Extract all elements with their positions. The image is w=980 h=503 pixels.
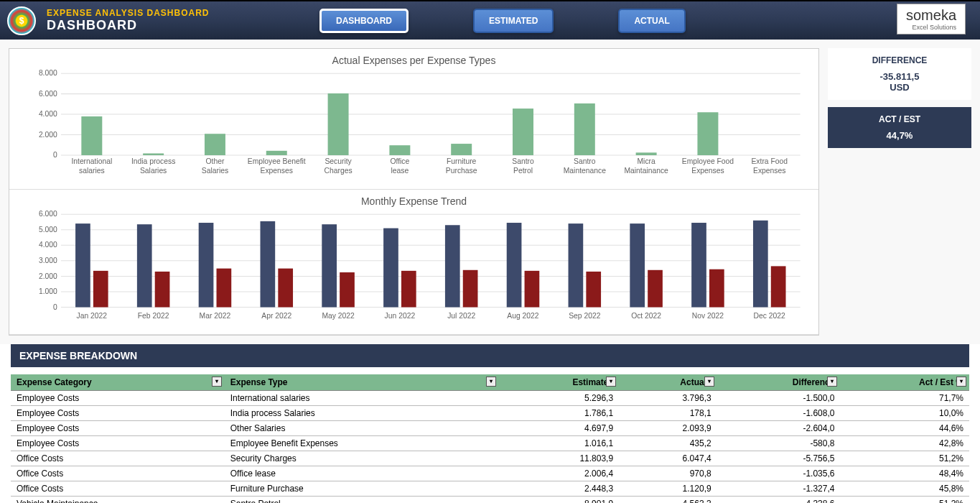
- table-row[interactable]: Office CostsFurniture Purchase2.448,31.1…: [11, 481, 969, 496]
- filter-icon[interactable]: ▾: [606, 377, 616, 387]
- svg-text:Salaries: Salaries: [202, 167, 228, 175]
- svg-text:Jul 2022: Jul 2022: [447, 312, 475, 320]
- table-cell: 4.563,3: [619, 496, 717, 503]
- svg-text:8.000: 8.000: [39, 70, 57, 77]
- svg-text:0: 0: [53, 303, 57, 311]
- breakdown-header: EXPENSE BREAKDOWN: [11, 344, 969, 367]
- actual-button[interactable]: ACTUAL: [618, 9, 685, 33]
- col-header[interactable]: Estimates▾: [499, 374, 619, 391]
- svg-text:Jun 2022: Jun 2022: [385, 312, 416, 320]
- table-cell: -1.327,4: [717, 481, 841, 496]
- ratio-card: ACT / EST 44,7%: [828, 107, 971, 148]
- chart1-svg: 02.0004.0006.0008.000Internationalsalari…: [20, 70, 808, 181]
- svg-text:4.000: 4.000: [39, 110, 57, 118]
- bar-est-11: [753, 221, 768, 308]
- col-header[interactable]: Expense Category▾: [11, 374, 225, 391]
- bar-2: [205, 134, 225, 155]
- table-cell: 1.786,1: [499, 405, 619, 420]
- col-header[interactable]: Difference▾: [717, 374, 841, 391]
- table-cell: 970,8: [619, 466, 717, 481]
- bar-3: [266, 151, 287, 155]
- table-row[interactable]: Office CostsSecurity Charges11.803,96.04…: [11, 451, 969, 466]
- table-cell: Office lease: [225, 466, 499, 481]
- filter-icon[interactable]: ▾: [956, 377, 966, 387]
- svg-text:Petrol: Petrol: [513, 167, 533, 175]
- bar-est-7: [507, 223, 522, 308]
- nav-buttons: DASHBOARD ESTIMATED ACTUAL: [319, 9, 686, 33]
- ratio-label: ACT / EST: [835, 114, 964, 124]
- header-bar: $ EXPENSE ANALYSIS DASHBOARD DASHBOARD D…: [0, 0, 980, 40]
- table-cell: Security Charges: [225, 451, 499, 466]
- bar-est-4: [322, 224, 337, 307]
- svg-text:Employee Benefit: Employee Benefit: [248, 157, 306, 165]
- dashboard-area: Actual Expenses per Expense Types 02.000…: [0, 40, 980, 344]
- bar-est-8: [569, 223, 584, 307]
- table-cell: -580,8: [717, 435, 841, 451]
- bar-0: [81, 116, 102, 155]
- table-row[interactable]: Employee CostsIndia process Salaries1.78…: [11, 405, 969, 420]
- svg-text:6.000: 6.000: [39, 90, 57, 98]
- svg-text:Purchase: Purchase: [446, 167, 477, 175]
- bar-1: [143, 153, 164, 155]
- side-column: DIFFERENCE -35.811,5 USD ACT / EST 44,7%: [828, 48, 971, 336]
- filter-icon[interactable]: ▾: [704, 377, 714, 387]
- table-cell: 4.697,9: [499, 420, 619, 435]
- col-header[interactable]: Actuals▾: [619, 374, 717, 391]
- table-row[interactable]: Vehicle MaintainanceSantro Petrol8.901,9…: [11, 496, 969, 503]
- dashboard-button[interactable]: DASHBOARD: [319, 9, 409, 33]
- table-row[interactable]: Employee CostsOther Salaries4.697,92.093…: [11, 420, 969, 435]
- col-header[interactable]: Act / Est %▾: [840, 374, 969, 391]
- bar-act-0: [93, 271, 108, 308]
- charts-column: Actual Expenses per Expense Types 02.000…: [9, 48, 819, 336]
- svg-text:6.000: 6.000: [39, 211, 57, 218]
- svg-text:Oct 2022: Oct 2022: [631, 312, 661, 320]
- svg-text:Employee Food: Employee Food: [682, 157, 734, 165]
- chart-monthly-trend: Monthly Expense Trend 01.0002.0003.0004.…: [9, 190, 818, 334]
- table-row[interactable]: Office CostsOffice lease2.006,4970,8-1.0…: [11, 466, 969, 481]
- table-cell: 1.016,1: [499, 435, 619, 451]
- table-cell: 71,7%: [840, 390, 969, 405]
- bar-act-5: [401, 271, 416, 308]
- svg-text:Santro: Santro: [512, 157, 534, 165]
- table-row[interactable]: Employee CostsEmployee Benefit Expenses1…: [11, 435, 969, 451]
- table-row[interactable]: Employee CostsInternational salaries5.29…: [11, 390, 969, 405]
- svg-text:May 2022: May 2022: [322, 312, 355, 320]
- difference-unit: USD: [835, 82, 964, 93]
- chart2-title: Monthly Expense Trend: [20, 195, 808, 207]
- svg-text:Nov 2022: Nov 2022: [692, 312, 724, 320]
- chart2-svg: 01.0002.0003.0004.0005.0006.000Jan 2022F…: [20, 211, 808, 326]
- table-cell: Employee Costs: [11, 390, 225, 405]
- table-cell: 2.006,4: [499, 466, 619, 481]
- col-header[interactable]: Expense Type▾: [225, 374, 499, 391]
- svg-text:2.000: 2.000: [39, 272, 57, 280]
- table-cell: 44,6%: [840, 420, 969, 435]
- svg-text:Expenses: Expenses: [691, 167, 724, 175]
- brand-logo: someka Excel Solutions: [897, 4, 966, 34]
- svg-text:Sep 2022: Sep 2022: [569, 312, 600, 320]
- svg-text:Other: Other: [206, 157, 225, 165]
- filter-icon[interactable]: ▾: [827, 377, 837, 387]
- svg-text:India process: India process: [131, 157, 175, 165]
- table-cell: 48,4%: [840, 466, 969, 481]
- table-cell: Employee Benefit Expenses: [225, 435, 499, 451]
- bar-est-2: [199, 223, 214, 308]
- table-cell: Furniture Purchase: [225, 481, 499, 496]
- filter-icon[interactable]: ▾: [212, 377, 222, 387]
- table-cell: -1.608,0: [717, 405, 841, 420]
- estimated-button[interactable]: ESTIMATED: [473, 9, 554, 33]
- brand-name: someka: [906, 7, 956, 24]
- svg-text:3.000: 3.000: [39, 257, 57, 264]
- bar-4: [328, 93, 349, 155]
- title-block: EXPENSE ANALYSIS DASHBOARD DASHBOARD: [47, 8, 276, 33]
- svg-text:Aug 2022: Aug 2022: [507, 312, 538, 320]
- bar-10: [697, 112, 718, 155]
- table-cell: -2.604,0: [717, 420, 841, 435]
- table-cell: Other Salaries: [225, 420, 499, 435]
- difference-value: -35.811,5: [835, 71, 964, 82]
- table-cell: 42,8%: [840, 435, 969, 451]
- table-cell: -1.500,0: [717, 390, 841, 405]
- table-cell: Office Costs: [11, 466, 225, 481]
- filter-icon[interactable]: ▾: [486, 377, 496, 387]
- dashboard-root: $ EXPENSE ANALYSIS DASHBOARD DASHBOARD D…: [0, 0, 980, 503]
- chart1-title: Actual Expenses per Expense Types: [20, 55, 808, 66]
